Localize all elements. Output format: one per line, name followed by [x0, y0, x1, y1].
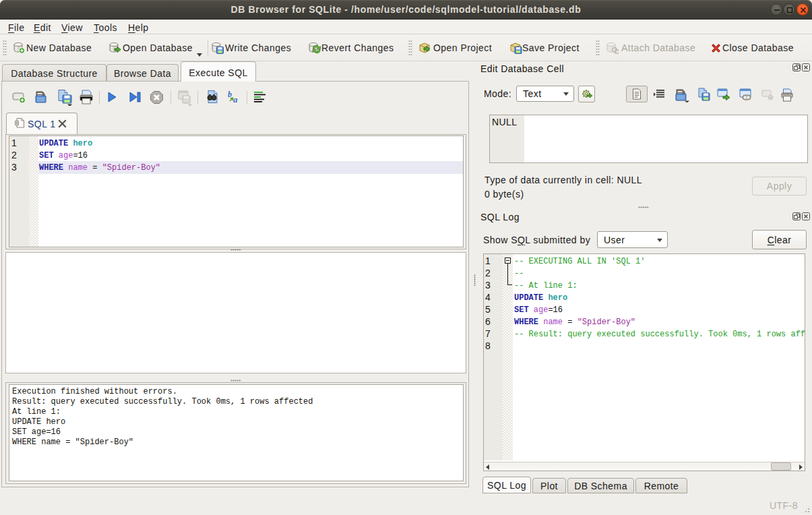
svg-text:a: a [233, 94, 238, 104]
